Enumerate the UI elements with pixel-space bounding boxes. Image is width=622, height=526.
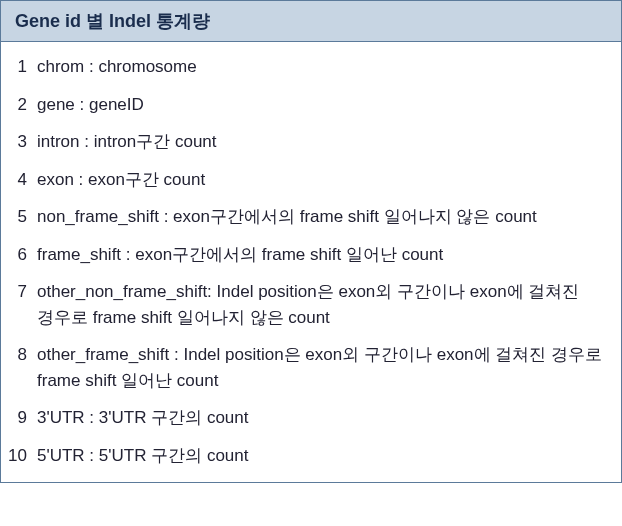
- item-number: 7: [7, 279, 33, 305]
- item-text: 3'UTR : 3'UTR 구간의 count: [33, 405, 607, 431]
- box-body: 1 chrom : chromosome 2 gene : geneID 3 i…: [1, 42, 621, 482]
- item-text: other_non_frame_shift: Indel position은 e…: [33, 279, 607, 330]
- item-number: 10: [7, 443, 33, 469]
- item-text: non_frame_shift : exon구간에서의 frame shift …: [33, 204, 607, 230]
- list-item: 6 frame_shift : exon구간에서의 frame shift 일어…: [7, 242, 607, 268]
- list-item: 1 chrom : chromosome: [7, 54, 607, 80]
- list-item: 2 gene : geneID: [7, 92, 607, 118]
- list-item: 5 non_frame_shift : exon구간에서의 frame shif…: [7, 204, 607, 230]
- item-number: 5: [7, 204, 33, 230]
- item-text: chrom : chromosome: [33, 54, 607, 80]
- item-number: 4: [7, 167, 33, 193]
- item-number: 8: [7, 342, 33, 368]
- box-header: Gene id 별 Indel 통계량: [1, 1, 621, 42]
- list-item: 8 other_frame_shift : Indel position은 ex…: [7, 342, 607, 393]
- list-item: 10 5'UTR : 5'UTR 구간의 count: [7, 443, 607, 469]
- item-text: intron : intron구간 count: [33, 129, 607, 155]
- item-text: gene : geneID: [33, 92, 607, 118]
- item-number: 3: [7, 129, 33, 155]
- item-text: exon : exon구간 count: [33, 167, 607, 193]
- item-number: 2: [7, 92, 33, 118]
- list-item: 9 3'UTR : 3'UTR 구간의 count: [7, 405, 607, 431]
- item-text: frame_shift : exon구간에서의 frame shift 일어난 …: [33, 242, 607, 268]
- definition-box: Gene id 별 Indel 통계량 1 chrom : chromosome…: [0, 0, 622, 483]
- item-text: 5'UTR : 5'UTR 구간의 count: [33, 443, 607, 469]
- list-item: 7 other_non_frame_shift: Indel position은…: [7, 279, 607, 330]
- list-item: 4 exon : exon구간 count: [7, 167, 607, 193]
- list-item: 3 intron : intron구간 count: [7, 129, 607, 155]
- item-text: other_frame_shift : Indel position은 exon…: [33, 342, 607, 393]
- box-title: Gene id 별 Indel 통계량: [15, 11, 210, 31]
- item-number: 9: [7, 405, 33, 431]
- item-number: 6: [7, 242, 33, 268]
- item-number: 1: [7, 54, 33, 80]
